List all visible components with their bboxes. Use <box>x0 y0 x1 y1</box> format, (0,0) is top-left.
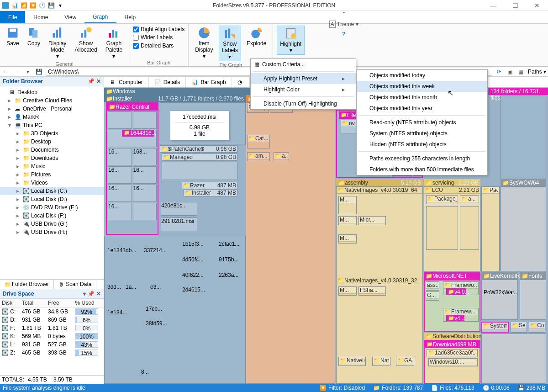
drive-row[interactable]: 💽 L:931 GB527 GB43% <box>0 340 104 349</box>
qat-btn-2[interactable]: 📶 <box>20 2 27 9</box>
tm-installer-hdr[interactable]: 📁 Installer11.7 GB / 1,771 folders / 2,9… <box>104 95 246 102</box>
tree-node[interactable]: ▸📁Pictures <box>0 170 104 179</box>
tree-node[interactable]: ▸👤MarkR <box>0 113 104 121</box>
window-minimize[interactable]: — <box>484 2 502 9</box>
tab-graph[interactable]: Graph <box>84 11 116 23</box>
mi-long[interactable]: Paths exceeding 255 characters in length <box>357 153 487 164</box>
detailed-bars-check[interactable]: Detailed Bars <box>133 42 174 49</box>
folder-tree[interactable]: 🖥Desktop▸📁Creative Cloud Files▸☁OneDrive… <box>0 86 104 279</box>
tree-node[interactable]: ▸💽Local Disk (F:) <box>0 212 104 220</box>
tm-managed[interactable]: 📁 Managed0.98 GB <box>162 154 237 161</box>
qat-btn-4[interactable]: 🕐 <box>38 2 46 9</box>
tree-node[interactable]: ▸📁Music <box>0 162 104 170</box>
wider-labels-check[interactable]: Wider Labels <box>133 34 173 41</box>
nav-back[interactable]: ← <box>2 68 10 76</box>
save-button[interactable]: Save <box>4 26 22 48</box>
qat-dropdown[interactable]: ▾ <box>57 2 64 9</box>
close-panel-icon[interactable]: ✕ <box>96 78 101 85</box>
vt-computer[interactable]: 🖥Computer <box>104 77 149 87</box>
tree-node[interactable]: ▸🔌USB Drive (H:) <box>0 228 104 236</box>
tab-folder-browser[interactable]: 📁Folder Browser <box>0 280 54 289</box>
explode-button[interactable]: Explode <box>244 26 269 48</box>
drive-row[interactable]: 💽 D:931 GB869 GB6% <box>0 316 104 324</box>
highlight-menu[interactable]: ▦Custom Criteria... Apply Highlight Pres… <box>250 58 356 110</box>
copy-button[interactable]: Copy <box>25 26 43 48</box>
collapse-ribbon-icon[interactable]: ⌃ <box>342 11 346 17</box>
tm-servicing[interactable]: 📁 servicing2.29 GB <box>424 179 480 186</box>
apps-icon[interactable]: ▦ <box>517 68 525 76</box>
tree-node[interactable]: ▸📁Documents <box>0 146 104 154</box>
mi-color[interactable]: Highlight Color▸ <box>251 84 356 95</box>
tree-node[interactable]: ▸📁Creative Cloud Files <box>0 96 104 105</box>
tree-node[interactable]: ▸💿DVD RW Drive (E:) <box>0 203 104 212</box>
mi-year[interactable]: Objects modified this year <box>357 103 487 114</box>
mi-week[interactable]: Objects modified this week <box>357 81 487 92</box>
tm-syswow[interactable]: 📁 SysWOW64 <box>501 179 546 186</box>
status-filter[interactable]: 🔽 Filter: Disabled <box>320 385 365 391</box>
terminal-icon[interactable]: ▣ <box>506 68 514 76</box>
nav-up[interactable]: ▾ <box>24 68 32 76</box>
tm-msnet[interactable]: 📁 Microsoft.NET <box>424 272 480 280</box>
mi-ro[interactable]: Read-only (NTFS attrribute) objects <box>357 117 487 128</box>
pin-icon[interactable]: 📌 <box>88 291 95 297</box>
panel-menu-icon[interactable]: ▾ <box>83 291 86 297</box>
tree-node[interactable]: ▸☁OneDrive - Personal <box>0 105 104 113</box>
tm-patchcache[interactable]: 📁 $PatchCache$0.98 GB <box>160 145 237 153</box>
vt-pie[interactable]: ◔ <box>232 77 250 87</box>
tree-node[interactable]: ▾💻This PC <box>0 121 104 129</box>
show-labels-button[interactable]: Show Labels▾ <box>219 26 241 61</box>
drive-row[interactable]: 💽 C:476 GB34.8 GB92% <box>0 307 104 316</box>
tm-softdist[interactable]: 📁 SoftwareDistribution <box>424 333 480 340</box>
tm-razer-installer[interactable]: 📁 Installer487 MB <box>184 189 237 196</box>
paths-dropdown[interactable]: Paths ▾ <box>528 69 546 75</box>
mi-month[interactable]: Objects modified this month <box>357 92 487 103</box>
tree-node[interactable]: ▸📁Desktop <box>0 138 104 146</box>
graph-palette-button[interactable]: Graph Palette▾ <box>103 26 125 60</box>
tab-help[interactable]: Help <box>116 11 144 23</box>
vt-details[interactable]: 📄Details <box>149 77 186 87</box>
mi-hid[interactable]: Hidden (NTFS attribute) objects <box>357 139 487 150</box>
highlight-button[interactable]: Highlight▾ <box>277 26 305 55</box>
show-allocated-button[interactable]: Show Allocated <box>72 26 100 54</box>
mi-sys[interactable]: System (NTFS attribute) objects <box>357 128 487 139</box>
mi-many[interactable]: Folders with more than 500 immediate fil… <box>357 164 487 175</box>
right-align-labels-check[interactable]: Right Align Labels <box>133 26 184 33</box>
tm-assembly[interactable]: 📁 assembly5.29 GB <box>336 179 423 186</box>
tab-scan-data[interactable]: 🛢Scan Data <box>54 280 96 289</box>
tab-view[interactable]: View <box>56 11 84 23</box>
tree-node[interactable]: ▸💽Local Disk (C:) <box>0 187 104 195</box>
qat-btn-5[interactable]: 💾 <box>47 2 55 9</box>
qat-btn-3[interactable]: 🔽 <box>29 2 37 9</box>
tm-fonts[interactable]: 📁 Fonts <box>520 272 546 280</box>
pin-icon[interactable]: 📌 <box>88 78 95 85</box>
drive-row[interactable]: 💽 K:569 MB0 bytes100% <box>0 332 104 340</box>
drive-row[interactable]: 💽 Z:465 GB393 GB15% <box>0 349 104 357</box>
vt-bar[interactable]: 📊Bar Graph <box>186 77 232 87</box>
display-mode-button[interactable]: Display Mode▾ <box>46 26 69 60</box>
mi-today[interactable]: Objects modified today <box>357 70 487 81</box>
tm-livek[interactable]: 📁 LiveKernelRep... <box>481 272 518 280</box>
refresh-icon[interactable]: ⟳ <box>495 68 503 76</box>
drive-row[interactable]: 💽 F:1.81 TB1.81 TB0% <box>0 324 104 332</box>
tm-razer-central[interactable]: 📁 Razer Central 📁 1644816... 16...163...… <box>106 102 158 235</box>
tree-node[interactable]: 🖥Desktop <box>0 88 104 96</box>
mi-custom[interactable]: ▦Custom Criteria... <box>251 59 356 70</box>
window-close[interactable]: ✕ <box>528 2 546 9</box>
mi-disable[interactable]: Disable (Turn Off) Highlighting <box>251 98 356 109</box>
item-display-button[interactable]: Item Display▾ <box>192 26 216 60</box>
qat-btn-1[interactable]: 📊 <box>11 2 18 9</box>
theme-button[interactable]: A Theme ▾ <box>329 21 358 27</box>
tab-file[interactable]: File <box>0 11 25 23</box>
tree-node[interactable]: ▸📁Downloads <box>0 154 104 162</box>
help-icon[interactable]: ? <box>342 31 345 37</box>
nav-fwd[interactable]: → <box>13 68 21 76</box>
tree-node[interactable]: ▸🔌USB Drive (G:) <box>0 220 104 228</box>
tree-node[interactable]: ▸📁Videos <box>0 179 104 187</box>
tree-node[interactable]: ▸💽Local Disk (D:) <box>0 195 104 203</box>
window-maximize[interactable]: ☐ <box>506 2 524 9</box>
close-panel-icon[interactable]: ✕ <box>96 291 101 297</box>
highlight-preset-submenu[interactable]: Objects modified today Objects modified … <box>356 69 488 175</box>
mi-apply-preset[interactable]: Apply Highlight Preset▸ <box>251 73 356 84</box>
tree-node[interactable]: ▸📁3D Objects <box>0 129 104 138</box>
tab-home[interactable]: Home <box>25 11 56 23</box>
